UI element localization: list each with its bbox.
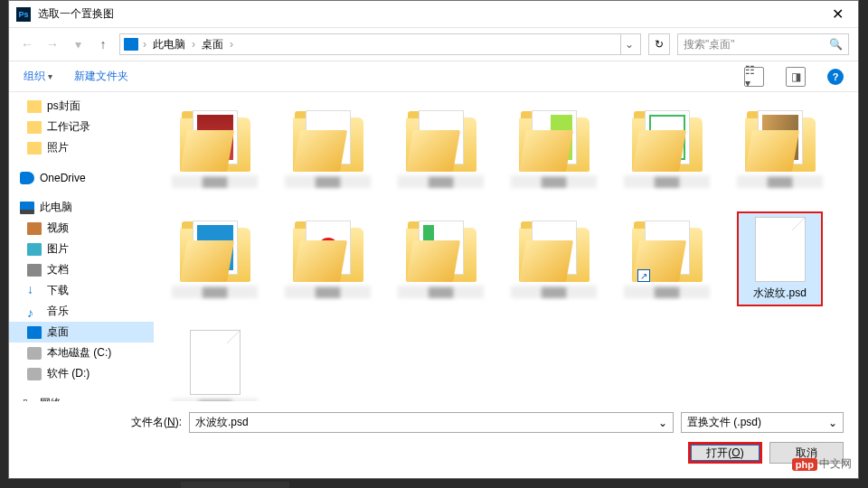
watermark-badge: php: [792, 458, 817, 471]
file-label-redacted: ▇▇▇: [285, 175, 371, 188]
folder-item[interactable]: {} ▇▇▇: [172, 211, 258, 306]
pc-icon: [124, 38, 138, 51]
sidebar-item-this-pc[interactable]: 此电脑: [9, 197, 154, 218]
sidebar-item-music[interactable]: 音乐: [9, 301, 154, 322]
file-label-redacted: ▇▇▇: [285, 286, 371, 298]
organize-menu[interactable]: 组织: [24, 69, 52, 84]
folder-item[interactable]: ▇▇▇: [511, 101, 597, 193]
folder-item[interactable]: ▇▇▇: [398, 101, 484, 193]
file-label-redacted: ▇▇▇: [737, 175, 823, 188]
file-open-dialog: Ps 选取一个置换图 ✕ ← → ▾ ↑ › 此电脑 › 桌面 › ⌄ ↻ 搜索…: [8, 0, 859, 479]
file-label-redacted: ▇▇▇: [511, 286, 597, 298]
folder-item[interactable]: ▇▇▇: [737, 101, 823, 193]
refresh-button[interactable]: ↻: [648, 33, 670, 55]
folder-item[interactable]: ▇▇▇: [172, 101, 258, 193]
file-label-redacted: ▇▇▇: [398, 286, 484, 298]
file-label-redacted: ▇▇▇: [624, 175, 710, 188]
view-options-button[interactable]: ☷ ▾: [744, 67, 764, 87]
breadcrumb-bar[interactable]: › 此电脑 › 桌面 › ⌄: [119, 33, 641, 55]
sidebar-item-network[interactable]: 网络: [9, 393, 154, 401]
toolbar: 组织 新建文件夹 ☷ ▾ ◨ ?: [9, 61, 858, 92]
sidebar-item-ps-cover[interactable]: ps封面: [9, 96, 154, 117]
dropdown-icon[interactable]: ⌄: [658, 417, 667, 429]
photoshop-icon: Ps: [16, 7, 31, 22]
folder-item[interactable]: S ▇▇▇: [624, 101, 710, 193]
breadcrumb-dropdown[interactable]: ⌄: [620, 34, 637, 54]
new-folder-button[interactable]: 新建文件夹: [74, 69, 128, 84]
preview-pane-button[interactable]: ◨: [786, 67, 806, 87]
sidebar-item-desktop[interactable]: 桌面: [9, 322, 154, 343]
sidebar-item-video[interactable]: 视频: [9, 218, 154, 239]
folder-shortcut-item[interactable]: ↗ ▇▇▇: [624, 211, 710, 306]
watermark: php 中文网: [792, 456, 852, 472]
sidebar-item-disk-d[interactable]: 软件 (D:): [9, 363, 154, 384]
help-button[interactable]: ?: [827, 69, 844, 85]
psd-file-icon: [190, 330, 241, 395]
forward-button: →: [43, 35, 61, 53]
psd-file-icon: [755, 217, 806, 282]
breadcrumb-sep-icon: ›: [140, 38, 149, 51]
file-label-redacted: ▇▇▇▇: [172, 399, 258, 401]
watermark-text: 中文网: [819, 456, 852, 472]
back-button[interactable]: ←: [18, 35, 36, 53]
navigation-tree: ps封面 工作记录 照片 OneDrive 此电脑 视频 图片 文档 下载 音乐…: [9, 92, 154, 401]
taskbar-fragment: [181, 482, 289, 488]
sidebar-item-pictures[interactable]: 图片: [9, 239, 154, 259]
breadcrumb-root[interactable]: 此电脑: [151, 37, 187, 52]
psd-file-selected[interactable]: 水波纹.psd: [737, 211, 823, 306]
breadcrumb-current[interactable]: 桌面: [200, 37, 225, 52]
sidebar-item-downloads[interactable]: 下载: [9, 280, 154, 301]
folder-item[interactable]: ▇▇▇: [398, 211, 484, 306]
folder-item[interactable]: FastAdmin小白入门篇 ▇▇▇: [285, 101, 371, 193]
search-input[interactable]: 搜索"桌面" 🔍: [677, 33, 849, 55]
file-label-redacted: ▇▇▇: [398, 175, 484, 188]
recent-dropdown[interactable]: ▾: [69, 35, 87, 53]
sidebar-item-work-log[interactable]: 工作记录: [9, 117, 154, 137]
open-button[interactable]: 打开(O): [688, 442, 762, 464]
folder-item[interactable]: ▇▇▇: [511, 211, 597, 306]
sidebar-item-documents[interactable]: 文档: [9, 259, 154, 280]
sidebar-item-photos[interactable]: 照片: [9, 137, 154, 158]
filename-input[interactable]: 水波纹.psd ⌄: [189, 412, 674, 433]
titlebar: Ps 选取一个置换图 ✕: [9, 1, 858, 28]
file-type-filter[interactable]: 置换文件 (.psd) ⌄: [681, 412, 844, 433]
main-area: ps封面 工作记录 照片 OneDrive 此电脑 视频 图片 文档 下载 音乐…: [9, 92, 858, 401]
sidebar-item-disk-c[interactable]: 本地磁盘 (C:): [9, 343, 154, 363]
file-label-redacted: ▇▇▇: [511, 175, 597, 188]
search-placeholder: 搜索"桌面": [684, 37, 829, 52]
breadcrumb-sep-icon: ›: [227, 38, 236, 51]
file-label-redacted: ▇▇▇: [624, 286, 710, 298]
bottom-panel: 文件名(N): 水波纹.psd ⌄ 置换文件 (.psd) ⌄ 打开(O) 取消: [9, 401, 858, 478]
up-button[interactable]: ↑: [94, 35, 112, 53]
file-label-redacted: ▇▇▇: [172, 286, 258, 298]
file-label: 水波纹.psd: [737, 286, 823, 301]
folder-item[interactable]: ▇▇▇: [285, 211, 371, 306]
file-label-redacted: ▇▇▇: [172, 175, 258, 188]
shortcut-overlay-icon: ↗: [637, 269, 650, 282]
window-title: 选取一个置换图: [38, 6, 817, 22]
filename-label: 文件名(N):: [24, 415, 182, 430]
search-icon: 🔍: [829, 38, 843, 51]
file-list[interactable]: ▇▇▇ FastAdmin小白入门篇 ▇▇▇ ▇▇▇ ▇▇▇ S ▇▇▇: [154, 92, 858, 401]
breadcrumb-sep-icon: ›: [189, 38, 198, 51]
dropdown-icon: ⌄: [828, 417, 837, 429]
navigation-bar: ← → ▾ ↑ › 此电脑 › 桌面 › ⌄ ↻ 搜索"桌面" 🔍: [9, 28, 858, 61]
sidebar-item-onedrive[interactable]: OneDrive: [9, 167, 154, 188]
psd-file-item[interactable]: ▇▇▇▇ ▇▇: [172, 324, 258, 401]
close-button[interactable]: ✕: [817, 1, 858, 27]
